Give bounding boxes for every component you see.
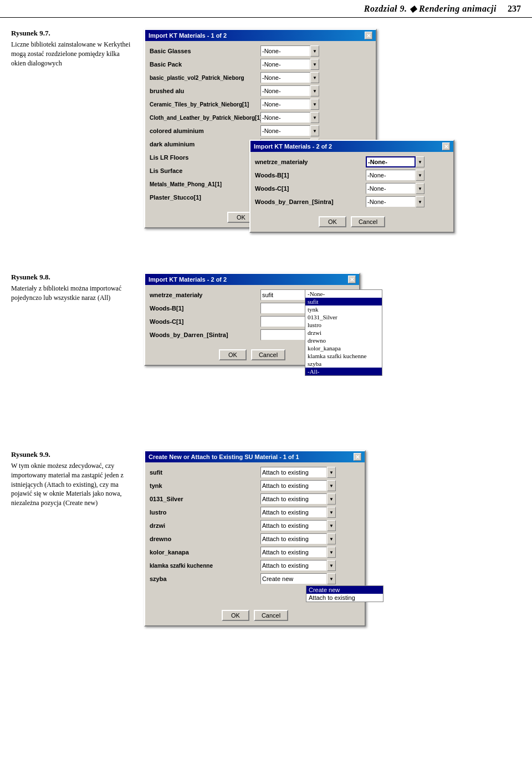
select-field[interactable]: Attach to existing [260,467,327,478]
select-field[interactable]: Attach to existing [260,560,327,571]
fig99-ok-btn[interactable]: OK [222,610,249,621]
select-field[interactable]: Attach to existing [260,507,327,518]
list-item[interactable]: 0131_Silver [305,313,382,321]
list-item[interactable]: tynk [305,305,382,313]
dropdown-arrow-btn[interactable]: ▼ [327,480,336,491]
select-wrapper: -None- ▼ [260,85,319,96]
fig97-dialog2-titlebar: Import KT Materials - 2 of 2 ✕ [250,141,453,152]
list-item-create-new[interactable]: Create new [306,586,383,594]
fig97-dialog2-close[interactable]: ✕ [442,142,450,150]
fig99-cancel-btn[interactable]: Cancel [254,610,288,621]
select-field[interactable] [260,303,310,314]
row-label: Woods-C[1] [255,185,366,192]
fig97-dialog2-ok-btn[interactable]: OK [319,216,346,227]
list-item[interactable]: -All- [305,368,382,375]
dropdown-arrow-btn[interactable]: ▼ [310,59,319,70]
fig98-dropdown-list: -None- sufit tynk 0131_Silver lustro drz… [305,289,382,376]
list-item[interactable]: szyba [305,360,382,368]
fig97-caption-area: Rysunek 9.7. Liczne biblioteki zainstalo… [11,29,133,262]
list-item-attach-existing[interactable]: Attach to existing [306,594,383,602]
table-row: lustro Attach to existing ▼ [150,507,360,518]
list-item[interactable]: drzwi [305,329,382,337]
select-field[interactable]: Attach to existing [260,547,327,558]
select-field[interactable]: -None- [260,45,310,57]
select-wrapper: -None- ▼ [366,156,424,167]
list-item[interactable]: kolor_kanapa [305,344,382,352]
fig97-dialog2-title: Import KT Materials - 2 of 2 [254,143,332,150]
fig97-dialog2-body: wnetrze_materiały -None- ▼ Woods-B[1] -N… [250,152,453,214]
dropdown-arrow-btn[interactable]: ▼ [416,156,424,167]
select-field[interactable]: -None- [260,99,310,110]
fig98-label: Rysunek 9.8. [11,273,133,282]
row-label: Woods-B[1] [150,305,260,312]
select-wrapper: Attach to existing ▼ [260,533,336,544]
dropdown-arrow-btn[interactable]: ▼ [310,99,319,110]
fig99-dialog-titlebar: Create New or Attach to Existing SU Mate… [145,451,365,462]
select-field[interactable] [260,329,310,340]
select-field[interactable]: Attach to existing [260,533,327,544]
dropdown-arrow-btn[interactable]: ▼ [327,493,336,505]
dropdown-arrow-btn[interactable]: ▼ [327,533,336,544]
dropdown-arrow-btn[interactable]: ▼ [310,72,319,83]
fig97-dialog1-close[interactable]: ✕ [365,32,372,39]
list-item[interactable]: sufit [305,298,382,305]
select-field[interactable]: -None- [366,170,416,181]
select-field[interactable]: Attach to existing [260,493,327,505]
select-wrapper: Attach to existing ▼ [260,520,336,531]
page-header: Rozdział 9. ◆ Rendering animacji 237 [0,0,532,18]
row-label: wnetrze_materiały [150,292,260,298]
table-row: Woods-C[1] -None- ▼ [255,183,449,194]
row-label: brushed alu [150,88,260,94]
list-item[interactable]: drewno [305,337,382,344]
row-label: Woods_by_Darren_[Sintra] [255,198,366,205]
table-row: Cloth_and_Leather_by_Patrick_Nieborg[1] … [150,112,371,123]
dropdown-arrow-btn[interactable]: ▼ [416,170,424,181]
fig98-caption: Materiały z biblioteki można importować … [11,284,133,303]
row-label: drzwi [150,522,260,529]
select-field[interactable]: -None- [366,183,416,194]
dropdown-arrow-btn[interactable]: ▼ [310,112,319,123]
select-field[interactable]: -None- [260,72,310,83]
fig99-dialog-area: Create New or Attach to Existing SU Mate… [144,450,521,628]
fig98-cancel-btn[interactable]: Cancel [251,349,285,360]
select-field[interactable]: -None- [366,196,416,207]
dropdown-arrow-btn[interactable]: ▼ [327,573,336,584]
list-item[interactable]: klamka szafki kuchenne [305,352,382,360]
select-wrapper: -None- ▼ [366,196,424,207]
dropdown-arrow-btn[interactable]: ▼ [416,183,424,194]
select-field[interactable]: sufit [260,289,310,300]
dropdown-arrow-btn[interactable]: ▼ [327,467,336,478]
dropdown-arrow-btn[interactable]: ▼ [310,85,319,96]
dropdown-arrow-btn[interactable]: ▼ [327,547,336,558]
select-wrapper: -None- ▼ [260,125,319,136]
dropdown-arrow-btn[interactable]: ▼ [327,560,336,571]
dropdown-arrow-btn[interactable]: ▼ [327,507,336,518]
list-item[interactable]: -None- [305,290,382,298]
fig98-dialog-close[interactable]: ✕ [348,276,356,283]
fig99-dialog-close[interactable]: ✕ [354,453,361,461]
select-field[interactable]: -None- [260,125,310,136]
select-wrapper: -None- ▼ [260,59,319,70]
row-label: Plaster_Stucco[1] [150,194,260,201]
list-item[interactable]: lustro [305,321,382,329]
select-field[interactable]: Attach to existing [260,480,327,491]
select-field[interactable]: -None- [260,85,310,96]
dropdown-arrow-btn[interactable]: ▼ [310,125,319,136]
select-field[interactable]: -None- [260,112,310,123]
dropdown-arrow-btn[interactable]: ▼ [327,520,336,531]
dropdown-arrow-btn[interactable]: ▼ [310,45,319,57]
select-field[interactable]: -None- [366,156,416,167]
dropdown-arrow-btn[interactable]: ▼ [416,196,424,207]
fig98-dialog-title: Import KT Materials - 2 of 2 [149,276,227,283]
fig97-dialog1-titlebar: Import KT Materials - 1 of 2 ✕ [145,30,376,41]
select-field[interactable]: Create new [260,573,327,584]
select-field[interactable] [260,316,310,327]
select-field[interactable]: -None- [260,59,310,70]
table-row: szyba Create new ▼ [150,573,360,584]
fig97-dialog2-cancel-btn[interactable]: Cancel [351,216,385,227]
row-label: colored aluminium [150,128,260,134]
fig98-ok-btn[interactable]: OK [219,349,247,360]
figure-97-section: Rysunek 9.7. Liczne biblioteki zainstalo… [0,29,532,262]
row-label: Woods_by_Darren_[Sintra] [150,332,260,338]
select-field[interactable]: Attach to existing [260,520,327,531]
